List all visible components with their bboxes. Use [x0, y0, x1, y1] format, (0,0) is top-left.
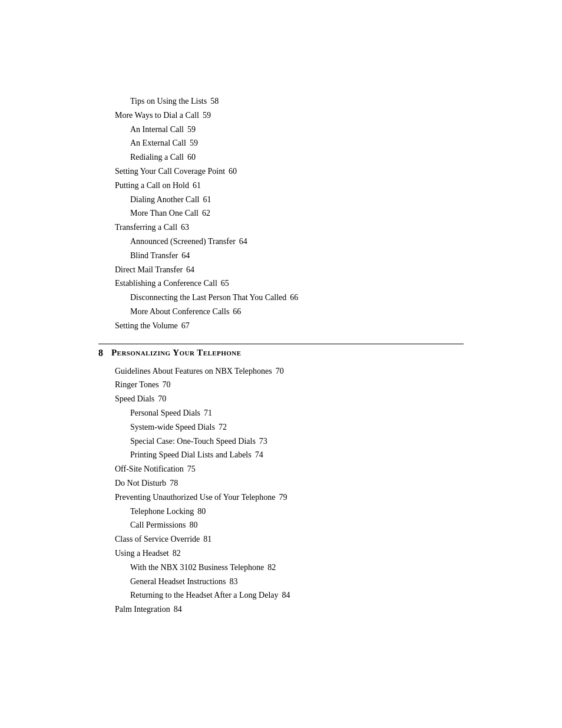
entry-title: Printing Speed Dial Lists and Labels [130, 448, 252, 462]
entry-title: Special Case: One-Touch Speed Dials [130, 434, 256, 449]
entry-page: 84 [174, 602, 182, 617]
entry-title: An Internal Call [130, 123, 184, 137]
entry-title: Do Not Disturb [115, 476, 166, 490]
entry-page: 70 [163, 378, 171, 392]
entry-title: Direct Mail Transfer [115, 263, 183, 277]
toc-entry: Blind Transfer64 [98, 249, 464, 263]
entry-title: Setting Your Call Coverage Point [115, 164, 225, 179]
entry-page: 84 [282, 588, 290, 602]
entry-title: Putting a Call on Hold [115, 179, 189, 193]
entry-title: Disconnecting the Last Person That You C… [130, 291, 286, 305]
entry-title: Announced (Screened) Transfer [130, 235, 236, 249]
entry-page: 63 [181, 220, 189, 235]
toc-entry: Off-Site Notification75 [98, 462, 464, 476]
toc-entry: System-wide Speed Dials72 [98, 420, 464, 434]
toc-entry: Setting Your Call Coverage Point60 [98, 164, 464, 179]
entry-page: 80 [197, 505, 206, 519]
toc-entry: Redialing a Call60 [98, 150, 464, 164]
toc-entry: With the NBX 3102 Business Telephone82 [98, 561, 464, 575]
toc-entry: General Headset Instructions83 [98, 575, 464, 589]
section8-title: Personalizing Your Telephone [111, 348, 241, 358]
entry-page: 74 [255, 448, 263, 462]
entry-page: 73 [259, 434, 267, 449]
entry-title: Class of Service Override [115, 532, 200, 546]
toc-entry: Setting the Volume67 [98, 319, 464, 333]
toc-container: Tips on Using the Lists58More Ways to Di… [98, 94, 464, 617]
entry-title: An External Call [130, 136, 186, 150]
toc-entry: Tips on Using the Lists58 [98, 94, 464, 108]
toc-entry: More About Conference Calls66 [98, 305, 464, 319]
toc-entry: Telephone Locking80 [98, 505, 464, 519]
toc-entry: Using a Headset82 [98, 546, 464, 561]
entry-title: Establishing a Conference Call [115, 276, 217, 291]
entry-title: Off-Site Notification [115, 462, 184, 476]
entry-page: 59 [190, 136, 198, 150]
toc-entry: Putting a Call on Hold61 [98, 179, 464, 193]
toc-entry: Class of Service Override81 [98, 532, 464, 546]
toc-entry: Special Case: One-Touch Speed Dials73 [98, 434, 464, 449]
entry-title: Blind Transfer [130, 249, 178, 263]
entry-title: Redialing a Call [130, 150, 184, 164]
entry-title: Using a Headset [115, 546, 169, 561]
entry-page: 70 [276, 364, 284, 378]
entry-title: More Ways to Dial a Call [115, 108, 199, 123]
entry-title: More About Conference Calls [130, 305, 229, 319]
entry-page: 81 [203, 532, 211, 546]
entry-page: 66 [233, 305, 241, 319]
entry-title: Returning to the Headset After a Long De… [130, 588, 279, 602]
entry-page: 61 [193, 179, 201, 193]
entry-title: Guidelines About Features on NBX Telepho… [115, 364, 272, 378]
toc-entry: Dialing Another Call61 [98, 193, 464, 207]
entry-page: 82 [267, 561, 276, 575]
toc-entry: Announced (Screened) Transfer64 [98, 235, 464, 249]
toc-entry: More Than One Call62 [98, 206, 464, 220]
entry-title: Preventing Unauthorized Use of Your Tele… [115, 490, 276, 505]
entry-title: Transferring a Call [115, 220, 177, 235]
toc-entry: Transferring a Call63 [98, 220, 464, 235]
entry-page: 61 [203, 193, 211, 207]
toc-entry: Ringer Tones70 [98, 378, 464, 392]
entry-title: Tips on Using the Lists [130, 94, 207, 108]
entry-title: Telephone Locking [130, 505, 194, 519]
entry-page: 66 [290, 291, 298, 305]
entry-page: 79 [279, 490, 287, 505]
entry-page: 71 [204, 406, 212, 420]
page: Tips on Using the Lists58More Ways to Di… [0, 0, 562, 728]
entry-title: Dialing Another Call [130, 193, 199, 207]
toc-entry: Call Permissions80 [98, 518, 464, 532]
entry-title: General Headset Instructions [130, 575, 226, 589]
entry-page: 64 [181, 249, 190, 263]
section7-entries: Tips on Using the Lists58More Ways to Di… [98, 94, 464, 333]
entry-title: With the NBX 3102 Business Telephone [130, 561, 264, 575]
section8-entries: Guidelines About Features on NBX Telepho… [98, 364, 464, 617]
entry-page: 80 [190, 518, 198, 532]
toc-entry: Personal Speed Dials71 [98, 406, 464, 420]
toc-entry: Speed Dials70 [98, 392, 464, 406]
entry-title: More Than One Call [130, 206, 199, 220]
entry-page: 83 [230, 575, 238, 589]
toc-entry: Returning to the Headset After a Long De… [98, 588, 464, 602]
toc-entry: Disconnecting the Last Person That You C… [98, 291, 464, 305]
entry-title: Palm Integration [115, 602, 170, 617]
toc-entry: Establishing a Conference Call65 [98, 276, 464, 291]
entry-page: 59 [187, 123, 196, 137]
entry-page: 60 [229, 164, 237, 179]
toc-entry: Guidelines About Features on NBX Telepho… [98, 364, 464, 378]
toc-entry: An Internal Call59 [98, 123, 464, 137]
toc-entry: More Ways to Dial a Call59 [98, 108, 464, 123]
section8-header: 8 Personalizing Your Telephone [98, 344, 464, 358]
entry-page: 59 [203, 108, 211, 123]
toc-entry: Do Not Disturb78 [98, 476, 464, 490]
entry-page: 64 [239, 235, 247, 249]
entry-title: Speed Dials [115, 392, 154, 406]
entry-page: 78 [170, 476, 178, 490]
entry-title: Personal Speed Dials [130, 406, 200, 420]
section8-number: 8 [98, 348, 103, 358]
toc-entry: Direct Mail Transfer64 [98, 263, 464, 277]
entry-page: 60 [187, 150, 196, 164]
entry-page: 58 [210, 94, 219, 108]
toc-entry: Printing Speed Dial Lists and Labels74 [98, 448, 464, 462]
entry-page: 64 [186, 263, 194, 277]
entry-title: System-wide Speed Dials [130, 420, 215, 434]
toc-entry: Palm Integration84 [98, 602, 464, 617]
